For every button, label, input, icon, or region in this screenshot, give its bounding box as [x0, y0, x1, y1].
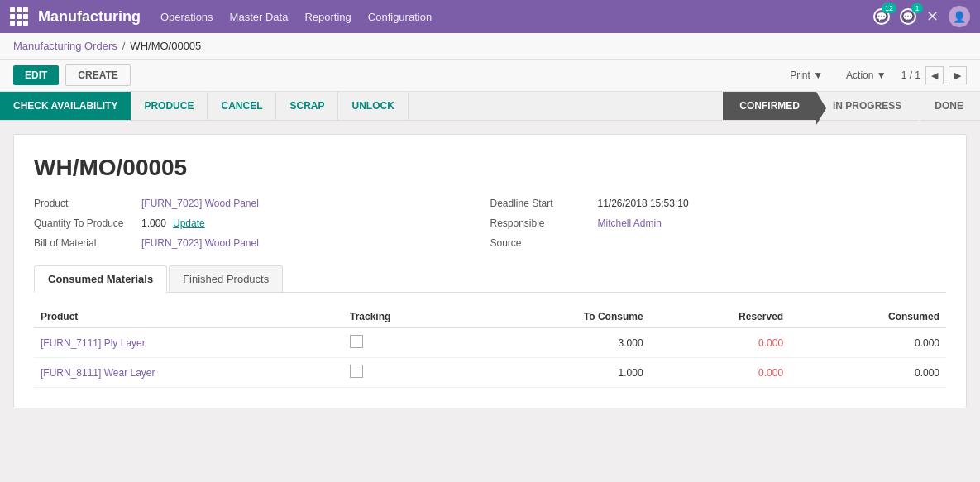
row2-product[interactable]: [FURN_8111] Wear Layer — [34, 358, 343, 388]
print-label: Print — [790, 69, 810, 81]
breadcrumb-separator: / — [122, 40, 126, 52]
edit-button[interactable]: EDIT — [13, 65, 59, 85]
row1-to-consume: 3.000 — [474, 328, 649, 358]
bom-label: Bill of Material — [34, 237, 141, 249]
update-button[interactable]: Update — [173, 217, 205, 229]
status-step-confirmed[interactable]: CONFIRMED — [723, 92, 816, 120]
bom-value[interactable]: [FURN_7023] Wood Panel — [141, 237, 259, 249]
topbar: Manufacturing Operations Master Data Rep… — [0, 0, 980, 33]
app-title: Manufacturing — [38, 8, 141, 26]
quantity-field: Quantity To Produce 1.000 Update — [34, 217, 490, 229]
check-availability-button[interactable]: CHECK AVAILABILITY — [0, 92, 131, 120]
nav-configuration[interactable]: Configuration — [368, 11, 432, 23]
col-reserved: Reserved — [650, 306, 791, 328]
product-label: Product — [34, 198, 141, 209]
row2-reserved: 0.000 — [650, 358, 791, 388]
row2-to-consume: 1.000 — [474, 358, 649, 388]
pager-count: 1 / 1 — [901, 69, 920, 81]
apps-menu-icon[interactable] — [10, 7, 28, 26]
responsible-label: Responsible — [490, 217, 598, 229]
table-row: [FURN_7111] Ply Layer 3.000 0.000 0.000 — [34, 328, 946, 358]
create-button[interactable]: CREATE — [65, 64, 130, 86]
row2-tracking-checkbox[interactable] — [350, 365, 363, 378]
action-label: Action — [846, 69, 873, 81]
right-fields: Deadline Start 11/26/2018 15:53:10 Respo… — [490, 198, 947, 249]
col-product: Product — [34, 306, 343, 328]
responsible-value[interactable]: Mitchell Admin — [598, 217, 662, 229]
status-actions: CHECK AVAILABILITY PRODUCE CANCEL SCRAP … — [0, 92, 409, 120]
pager-next[interactable]: ▶ — [949, 66, 967, 84]
deadline-label: Deadline Start — [490, 198, 598, 209]
close-icon[interactable]: ✕ — [926, 7, 939, 26]
quantity-value-group: 1.000 Update — [141, 217, 205, 229]
row1-tracking-checkbox[interactable] — [350, 335, 363, 348]
topbar-icons: 💬 12 💬 1 ✕ 👤 — [873, 6, 970, 27]
updates-badge: 12 — [882, 3, 896, 13]
status-bar: CHECK AVAILABILITY PRODUCE CANCEL SCRAP … — [0, 92, 980, 121]
row2-tracking — [343, 358, 474, 388]
responsible-field: Responsible Mitchell Admin — [490, 217, 947, 229]
status-steps: CONFIRMED IN PROGRESS DONE — [723, 92, 980, 120]
action-button[interactable]: Action ▼ — [838, 65, 895, 85]
bom-field: Bill of Material [FURN_7023] Wood Panel — [34, 237, 490, 249]
pager: 1 / 1 ◀ ▶ — [901, 66, 967, 84]
updates-icon[interactable]: 💬 12 — [873, 8, 890, 25]
messages-badge: 1 — [911, 3, 923, 13]
materials-table: Product Tracking To Consume Reserved Con… — [34, 306, 946, 388]
product-value[interactable]: [FURN_7023] Wood Panel — [141, 198, 259, 209]
nav-operations[interactable]: Operations — [160, 11, 213, 23]
table-row: [FURN_8111] Wear Layer 1.000 0.000 0.000 — [34, 358, 946, 388]
source-field: Source — [490, 237, 947, 249]
product-field: Product [FURN_7023] Wood Panel — [34, 198, 490, 209]
cancel-button[interactable]: CANCEL — [208, 92, 276, 120]
form-title: WH/MO/00005 — [34, 155, 946, 181]
form-card: WH/MO/00005 Product [FURN_7023] Wood Pan… — [13, 134, 967, 408]
form-toolbar: EDIT CREATE Print ▼ Action ▼ 1 / 1 ◀ ▶ — [0, 60, 980, 92]
row1-reserved: 0.000 — [650, 328, 791, 358]
deadline-field: Deadline Start 11/26/2018 15:53:10 — [490, 198, 947, 209]
breadcrumb-current: WH/MO/00005 — [130, 40, 201, 52]
tab-consumed-materials[interactable]: Consumed Materials — [34, 265, 167, 293]
status-step-in-progress[interactable]: IN PROGRESS — [816, 92, 918, 120]
nav-master-data[interactable]: Master Data — [230, 11, 289, 23]
breadcrumb: Manufacturing Orders / WH/MO/00005 — [0, 33, 980, 60]
main-content: WH/MO/00005 Product [FURN_7023] Wood Pan… — [0, 121, 980, 422]
avatar[interactable]: 👤 — [949, 6, 970, 27]
messages-icon[interactable]: 💬 1 — [900, 8, 916, 25]
breadcrumb-parent[interactable]: Manufacturing Orders — [13, 40, 117, 52]
col-consumed: Consumed — [790, 306, 946, 328]
row1-product[interactable]: [FURN_7111] Ply Layer — [34, 328, 343, 358]
main-nav: Operations Master Data Reporting Configu… — [160, 11, 873, 23]
quantity-label: Quantity To Produce — [34, 217, 141, 229]
source-label: Source — [490, 237, 598, 249]
row1-consumed: 0.000 — [790, 328, 946, 358]
pager-prev[interactable]: ◀ — [925, 66, 944, 84]
deadline-value: 11/26/2018 15:53:10 — [598, 198, 689, 209]
nav-reporting[interactable]: Reporting — [304, 11, 351, 23]
tab-finished-products[interactable]: Finished Products — [169, 265, 283, 292]
unlock-button[interactable]: UNLOCK — [338, 92, 408, 120]
left-fields: Product [FURN_7023] Wood Panel Quantity … — [34, 198, 490, 249]
scrap-button[interactable]: SCRAP — [276, 92, 338, 120]
form-fields: Product [FURN_7023] Wood Panel Quantity … — [34, 198, 946, 249]
row2-consumed: 0.000 — [790, 358, 946, 388]
col-tracking: Tracking — [343, 306, 474, 328]
col-to-consume: To Consume — [474, 306, 649, 328]
tabs: Consumed Materials Finished Products — [34, 265, 946, 293]
print-button[interactable]: Print ▼ — [782, 65, 831, 85]
produce-button[interactable]: PRODUCE — [131, 92, 208, 120]
quantity-value: 1.000 — [141, 217, 166, 229]
row1-tracking — [343, 328, 474, 358]
